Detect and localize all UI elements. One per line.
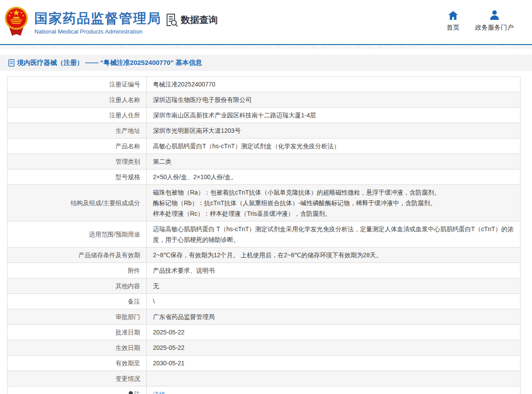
table-row: 附件产品技术要求、说明书 [7, 263, 521, 278]
row-value: 高敏心肌肌钙蛋白T（hs-cTnT）测定试剂盒（化学发光免疫分析法） [147, 139, 521, 154]
hatch-decoration [0, 45, 532, 49]
table-row: 产品名称高敏心肌肌钙蛋白T（hs-cTnT）测定试剂盒（化学发光免疫分析法） [7, 139, 521, 154]
national-emblem-icon [4, 4, 29, 41]
hint-icon [128, 390, 133, 394]
row-value: 深圳市南山区高新技术产业园区科技南十二路迈瑞大厦1-4层 [147, 108, 521, 123]
row-label: 注册证编号 [7, 77, 147, 92]
row-value: 深圳市光明新区南环大道1203号 [147, 123, 521, 139]
row-label: 注册人住所 [7, 108, 147, 123]
site-header: 国家药品监督管理局 National Medical Products Admi… [0, 0, 532, 44]
row-value: 2×50人份/盒、2×100人份/盒。 [147, 169, 521, 185]
row-label: 附件 [7, 263, 147, 278]
table-row: 结构及组成/主要组成成分磁珠包被物（Ra）：包被着抗cTnT抗体（小鼠单克隆抗体… [7, 185, 521, 221]
table-row: 审批部门广东省药品监督管理局 [7, 309, 521, 325]
row-value: 详情 [147, 386, 521, 394]
row-label: 其他内容 [7, 278, 147, 294]
registration-detail-table: 注册证编号粤械注准20252400770注册人名称深圳迈瑞生物医疗电子股份有限公… [7, 76, 521, 394]
registration-detail: 注册证编号粤械注准20252400770注册人名称深圳迈瑞生物医疗电子股份有限公… [7, 76, 525, 394]
row-value: 2~8℃保存，有效期为12个月。 上机使用后，在2~8℃的储存环境下有效期为28… [147, 248, 521, 263]
row-label: 批准日期 [7, 325, 147, 340]
row-value: 迈瑞高敏心肌肌钙蛋白 T（hs-cTnT）测定试剂盒采用化学发光免疫分析法，定量… [147, 221, 521, 248]
page-icon [8, 59, 17, 67]
row-label: 产品名称 [7, 139, 147, 154]
row-value: 磁珠包被物（Ra）：包被着抗cTnT抗体（小鼠单克隆抗体）的超顺磁性微粒，悬浮于… [147, 185, 521, 221]
row-value: 粤械注准20252400770 [147, 77, 521, 92]
table-row: 其他内容无 [7, 278, 521, 294]
value-line: 磁珠包被物（Ra）：包被着抗cTnT抗体（小鼠单克隆抗体）的超顺磁性微粒，悬浮于… [153, 187, 514, 198]
table-row: 有效期至2030-05-21 [7, 356, 521, 371]
table-row: 生效日期2025-05-22 [7, 340, 521, 356]
row-value: 第二类 [147, 154, 521, 169]
brand-home-link[interactable]: 国家药品监督管理局 National Medical Products Admi… [4, 4, 161, 41]
row-label: 管理类别 [7, 154, 147, 169]
table-row: 备注\ [7, 294, 521, 309]
row-label: 有效期至 [7, 356, 147, 371]
header-nav: 首页 政务服务门户 [446, 10, 513, 32]
page-title: 境内医疗器械（注册） —— “粤械注准20252400770” 基本信息 [17, 59, 202, 67]
row-value: 2025-05-22 [147, 340, 521, 356]
row-label: 生效日期 [7, 340, 147, 356]
table-row: 适用范围/预期用途迈瑞高敏心肌肌钙蛋白 T（hs-cTnT）测定试剂盒采用化学发… [7, 221, 521, 248]
row-label: 生产地址 [7, 123, 147, 139]
nav-item-home[interactable]: 首页 [446, 10, 459, 32]
row-value: 2030-05-21 [147, 356, 521, 371]
row-value [147, 371, 521, 386]
row-label: 注册人名称 [7, 92, 147, 108]
row-label: 审批部门 [7, 309, 147, 325]
document-search-icon [165, 13, 179, 27]
user-icon [489, 10, 500, 20]
table-body: 注册证编号粤械注准20252400770注册人名称深圳迈瑞生物医疗电子股份有限公… [7, 77, 521, 394]
row-label: 适用范围/预期用途 [7, 221, 147, 248]
table-row: 产品储存条件及有效期2~8℃保存，有效期为12个月。 上机使用后，在2~8℃的储… [7, 248, 521, 263]
value-line: 酶标记物（Rb）：抗cTnT抗体（人鼠重组嵌合抗体）-碱性磷酸酶标记物，稀释于缓… [153, 198, 514, 208]
row-label: 结构及组成/主要组成成分 [7, 185, 147, 221]
table-row: 管理类别第二类 [7, 154, 521, 169]
row-value: \ [147, 294, 521, 309]
row-value: 深圳迈瑞生物医疗电子股份有限公司 [147, 92, 521, 108]
row-value: 2025-05-22 [147, 325, 521, 340]
nav-label: 政务服务门户 [475, 23, 513, 32]
breadcrumb: 境内医疗器械（注册） —— “粤械注准20252400770” 基本信息 [0, 55, 532, 71]
data-query-link[interactable]: 数据查询 [165, 13, 218, 27]
table-row: 注册证编号粤械注准20252400770 [7, 77, 521, 92]
row-label: 型号规格 [7, 169, 147, 185]
table-row: 注详情 [7, 386, 521, 394]
nav-label: 首页 [446, 23, 459, 32]
row-label: 产品储存条件及有效期 [7, 248, 147, 263]
row-value: 无 [147, 278, 521, 294]
home-icon [448, 10, 458, 20]
table-row: 批准日期2025-05-22 [7, 325, 521, 340]
row-value: 广东省药品监督管理局 [147, 309, 521, 325]
table-row: 生产地址深圳市光明新区南环大道1203号 [7, 123, 521, 139]
detail-link[interactable]: 详情 [153, 391, 165, 394]
row-value: 产品技术要求、说明书 [147, 263, 521, 278]
row-label: 变更情况 [7, 371, 147, 386]
row-label: 注 [7, 386, 147, 394]
value-line: 样本处理液（Rc）：样本处理液（Tris基质缓冲液），含防腐剂。 [153, 208, 514, 219]
table-row: 注册人名称深圳迈瑞生物医疗电子股份有限公司 [7, 92, 521, 108]
table-row: 注册人住所深圳市南山区高新技术产业园区科技南十二路迈瑞大厦1-4层 [7, 108, 521, 123]
table-row: 型号规格2×50人份/盒、2×100人份/盒。 [7, 169, 521, 185]
site-title: 国家药品监督管理局 [34, 10, 161, 27]
row-label: 备注 [7, 294, 147, 309]
site-subtitle: National Medical Products Administration [34, 28, 161, 35]
section-title: 数据查询 [181, 14, 218, 26]
nav-item-portal[interactable]: 政务服务门户 [475, 10, 513, 32]
table-row: 变更情况 [7, 371, 521, 386]
